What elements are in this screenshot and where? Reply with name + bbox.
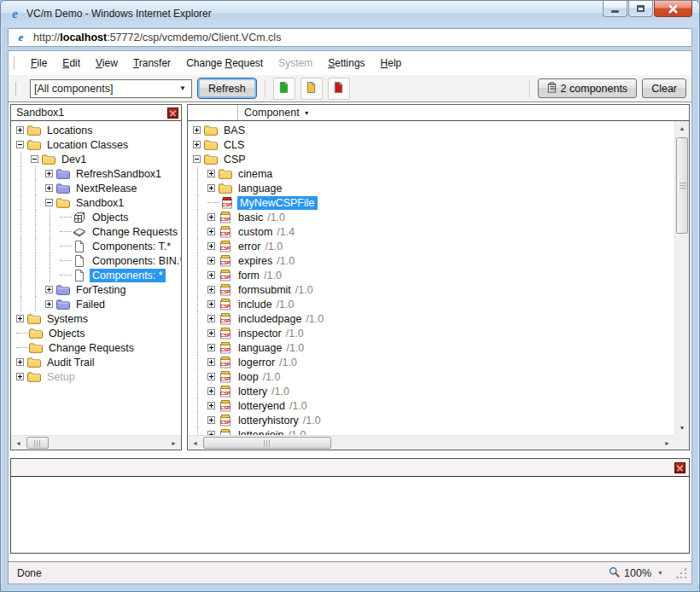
menu-help[interactable]: Help xyxy=(373,54,410,73)
component-column-label[interactable]: Component xyxy=(244,107,300,119)
scroll-left-icon[interactable]: ◄ xyxy=(188,436,202,450)
tree-node-label[interactable]: Sandbox1 xyxy=(73,196,126,210)
expand-icon[interactable] xyxy=(16,373,24,380)
tree-node[interactable]: CSPformsubmit /1.0 xyxy=(191,282,674,297)
horizontal-scrollbar[interactable]: ◄ ► xyxy=(11,435,181,450)
tree-node-label[interactable]: Audit Trail xyxy=(44,356,97,369)
scrollbar-thumb[interactable] xyxy=(203,437,331,449)
tree-node-label[interactable]: Objects xyxy=(46,327,87,340)
expand-icon[interactable] xyxy=(207,315,215,322)
tree-node-label[interactable]: MyNewCSPFile xyxy=(237,196,318,210)
expand-icon[interactable] xyxy=(207,170,215,177)
expand-icon[interactable] xyxy=(207,373,215,380)
scrollbar-thumb[interactable] xyxy=(676,137,688,234)
tree-node-label[interactable]: BAS xyxy=(221,124,248,137)
tree-node-label[interactable]: Components: T.* xyxy=(90,240,173,253)
green-doc-button[interactable] xyxy=(273,78,295,100)
tree-node-label[interactable]: logerror xyxy=(236,356,277,369)
scroll-right-icon[interactable]: ► xyxy=(166,436,181,450)
expand-icon[interactable] xyxy=(45,184,53,192)
tree-node-label[interactable]: lotteryend xyxy=(236,399,288,413)
tree-node[interactable]: Change Requests xyxy=(15,224,181,239)
tree-node[interactable]: Systems xyxy=(15,311,181,326)
menu-settings[interactable]: Settings xyxy=(320,54,372,73)
tree-node[interactable]: CSPlotteryhistory /1.0 xyxy=(191,413,674,427)
refresh-button[interactable]: Refresh xyxy=(197,78,257,99)
expand-icon[interactable] xyxy=(16,126,24,134)
components-count-button[interactable]: 2 components xyxy=(538,78,638,98)
expand-icon[interactable] xyxy=(45,286,53,293)
tree-node-label[interactable]: Failed xyxy=(73,298,108,311)
expand-icon[interactable] xyxy=(207,387,215,395)
expand-icon[interactable] xyxy=(207,286,215,293)
expand-icon[interactable] xyxy=(45,300,53,308)
output-close-icon[interactable] xyxy=(674,462,685,473)
collapse-icon[interactable] xyxy=(45,199,53,206)
collapse-icon[interactable] xyxy=(16,141,24,148)
tree-node-label[interactable]: Dev1 xyxy=(59,153,89,166)
panel-close-icon[interactable] xyxy=(167,107,178,119)
expand-icon[interactable] xyxy=(207,271,215,279)
tree-node[interactable]: cinema xyxy=(191,166,674,181)
tree-node[interactable]: CSPlotteryjoin /1.0 xyxy=(191,427,674,435)
tree-node[interactable]: CSPincludedpage /1.0 xyxy=(191,311,674,326)
scroll-down-icon[interactable]: ▼ xyxy=(675,421,689,435)
expand-icon[interactable] xyxy=(207,402,215,409)
tree-node[interactable]: CSPinspector /1.0 xyxy=(191,326,674,340)
expand-icon[interactable] xyxy=(207,416,215,424)
tree-node-label[interactable]: custom xyxy=(236,225,275,239)
tree-node-label[interactable]: Objects xyxy=(90,211,131,224)
tree-node[interactable]: CSPMyNewCSPFile xyxy=(191,195,674,210)
tree-node[interactable]: Objects xyxy=(15,210,181,224)
close-button[interactable] xyxy=(654,1,692,17)
tree-node[interactable]: CSPlogerror /1.0 xyxy=(191,355,674,369)
tree-node[interactable]: Location Classes xyxy=(15,137,181,152)
tree-node[interactable]: Components: * xyxy=(15,268,181,282)
tree-node-label[interactable]: Components: * xyxy=(90,269,166,282)
zoom-dropdown-icon[interactable]: ▼ xyxy=(657,570,663,576)
tree-node-label[interactable]: Location Classes xyxy=(44,138,131,152)
menu-system[interactable]: System xyxy=(271,54,320,73)
tree-node-label[interactable]: Change Requests xyxy=(90,225,180,239)
tree-node-label[interactable]: Systems xyxy=(44,312,90,326)
tree-node[interactable]: CSPlanguage /1.0 xyxy=(191,340,674,355)
expand-icon[interactable] xyxy=(207,329,215,337)
expand-icon[interactable] xyxy=(16,358,24,366)
component-filter-dropdown[interactable]: [All components] ▼ xyxy=(30,79,192,98)
tree-node-label[interactable]: lotteryhistory xyxy=(236,414,301,427)
tree-node-label[interactable]: expires xyxy=(236,254,275,268)
scroll-left-icon[interactable]: ◄ xyxy=(11,436,26,450)
tree-node[interactable]: CSPloop /1.0 xyxy=(191,369,674,384)
tree-node-label[interactable]: CSP xyxy=(221,153,248,166)
tree-node[interactable]: Failed xyxy=(15,297,181,311)
tree-node[interactable]: CSPexpires /1.0 xyxy=(191,253,674,268)
tree-node[interactable]: CSPlottery /1.0 xyxy=(191,384,674,398)
expand-icon[interactable] xyxy=(207,257,215,264)
tree-node-label[interactable]: NextRelease xyxy=(73,182,140,195)
tree-node-label[interactable]: Change Requests xyxy=(46,341,137,355)
tree-node-label[interactable]: language xyxy=(236,182,284,195)
menu-transfer[interactable]: Transfer xyxy=(125,54,178,73)
zoom-control[interactable]: 100% ▼ xyxy=(609,566,688,580)
scroll-up-icon[interactable]: ▲ xyxy=(675,121,689,136)
menu-file[interactable]: File xyxy=(23,54,55,73)
tree-node[interactable]: Setup xyxy=(15,369,181,384)
vertical-scrollbar[interactable]: ▲ ▼ xyxy=(674,121,689,435)
collapse-icon[interactable] xyxy=(31,155,38,163)
clear-button[interactable]: Clear xyxy=(642,78,686,98)
tree-node[interactable]: ForTesting xyxy=(15,282,181,297)
tree-node-label[interactable]: inspector xyxy=(236,327,284,340)
minimize-button[interactable] xyxy=(603,1,627,17)
tree-node-label[interactable]: lotteryjoin xyxy=(236,428,287,436)
tree-node[interactable]: BAS xyxy=(191,123,674,137)
tree-node-label[interactable]: includedpage xyxy=(236,312,304,326)
address-input[interactable]: e http://localhost:57772/csp/vcmdemo/Cli… xyxy=(8,28,692,47)
expand-icon[interactable] xyxy=(193,141,201,148)
tree-node[interactable]: RefreshSandbox1 xyxy=(15,166,181,181)
tree-node-label[interactable]: language xyxy=(236,341,284,355)
tree-node-label[interactable]: basic xyxy=(236,211,265,224)
tree-node-label[interactable]: Setup xyxy=(44,370,78,384)
tree-node-label[interactable]: CLS xyxy=(221,138,247,152)
expand-icon[interactable] xyxy=(207,184,215,192)
tree-node[interactable]: NextRelease xyxy=(15,181,181,195)
